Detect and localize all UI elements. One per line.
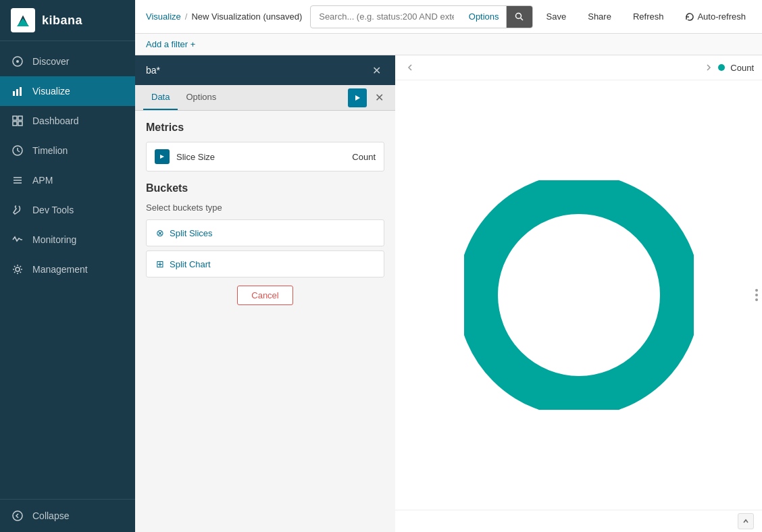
sidebar-item-apm-label: APM (32, 175, 53, 186)
collapse-icon (11, 509, 24, 523)
breadcrumb-current-page: New Visualization (unsaved) (191, 11, 302, 22)
buckets-section: Buckets Select buckets type ⊗ Split Slic… (146, 182, 384, 305)
index-pattern-bar: ba* ✕ (135, 55, 395, 85)
svg-rect-6 (20, 87, 22, 96)
svg-rect-5 (16, 89, 18, 96)
left-panel: ba* ✕ Data Options ✕ (135, 55, 395, 532)
search-options-btn[interactable]: Options (462, 6, 507, 28)
save-btn[interactable]: Save (541, 9, 572, 24)
sidebar-collapse-btn[interactable]: Collapse (0, 499, 135, 532)
cancel-btn[interactable]: Cancel (237, 286, 293, 305)
legend-color-dot (718, 64, 725, 71)
sidebar-item-discover-label: Discover (32, 56, 69, 67)
sidebar-item-discover[interactable]: Discover (0, 47, 135, 76)
breadcrumb-visualize-link[interactable]: Visualize (146, 11, 181, 22)
cancel-row: Cancel (146, 286, 384, 305)
clock-icon (11, 144, 24, 157)
gear-icon (11, 263, 24, 276)
refresh-btn[interactable]: Refresh (628, 9, 669, 24)
metric-name: Slice Size (176, 152, 345, 162)
legend-nav-btn[interactable] (705, 63, 713, 72)
metrics-section-title: Metrics (146, 122, 384, 134)
breadcrumb-separator: / (185, 11, 188, 22)
donut-chart (464, 180, 694, 410)
dot-3 (755, 298, 758, 301)
auto-refresh-label: Auto-refresh (697, 11, 746, 22)
grid-icon (11, 114, 24, 128)
panel-content: Metrics Slice Size Count Buckets Select … (135, 111, 395, 532)
svg-line-20 (520, 18, 523, 20)
tab-options[interactable]: Options (178, 85, 224, 110)
viz-nav-left-btn[interactable] (403, 61, 417, 74)
search-input[interactable] (311, 11, 462, 22)
main-area: Visualize / New Visualization (unsaved) … (135, 0, 762, 532)
viz-legend: Count (705, 63, 754, 73)
sidebar-item-dashboard[interactable]: Dashboard (0, 106, 135, 136)
share-btn[interactable]: Share (582, 9, 617, 24)
legend-label: Count (730, 63, 754, 73)
svg-point-19 (515, 13, 521, 18)
auto-refresh-btn[interactable]: Auto-refresh (680, 9, 751, 24)
bucket-option-split-chart[interactable]: ⊞ Split Chart (146, 250, 384, 277)
svg-rect-10 (18, 122, 22, 126)
filterbar: Add a filter + (135, 34, 762, 55)
sidebar-item-management[interactable]: Management (0, 255, 135, 284)
buckets-select-label: Select buckets type (146, 203, 384, 213)
split-slices-icon: ⊗ (156, 228, 164, 238)
topbar-actions: Save Share Refresh Auto-refresh (541, 9, 751, 24)
sidebar-item-apm[interactable]: APM (0, 165, 135, 195)
sidebar-item-visualize[interactable]: Visualize (0, 76, 135, 106)
dots-menu[interactable] (751, 284, 762, 307)
sidebar-item-devtools[interactable]: Dev Tools (0, 195, 135, 225)
svg-point-3 (16, 60, 19, 63)
metric-value: Count (352, 152, 376, 162)
svg-line-13 (18, 151, 20, 152)
sidebar-item-management-label: Management (32, 264, 88, 275)
add-filter-btn[interactable]: Add a filter + (146, 39, 195, 49)
viz-area (395, 80, 762, 510)
svg-rect-7 (13, 116, 17, 120)
index-close-btn[interactable]: ✕ (368, 62, 384, 78)
topbar: Visualize / New Visualization (unsaved) … (135, 0, 762, 34)
bucket-option-split-slices-label: Split Slices (170, 228, 213, 238)
tab-data[interactable]: Data (143, 85, 178, 110)
viz-footer (395, 510, 762, 532)
list-icon (11, 174, 24, 187)
sidebar-item-devtools-label: Dev Tools (32, 205, 74, 215)
breadcrumb: Visualize / New Visualization (unsaved) (146, 11, 302, 22)
sidebar-item-timelion[interactable]: Timelion (0, 136, 135, 165)
sidebar: kibana Discover Visualize (0, 0, 135, 532)
sidebar-item-dashboard-label: Dashboard (32, 115, 79, 126)
search-bar: Options (310, 5, 532, 28)
buckets-section-title: Buckets (146, 182, 384, 194)
sidebar-nav: Discover Visualize Dashboar (0, 41, 135, 499)
wrench-icon (11, 203, 24, 217)
sidebar-logo-text: kibana (42, 14, 82, 28)
svg-marker-21 (355, 95, 360, 101)
split-chart-icon: ⊞ (156, 259, 164, 269)
svg-rect-8 (18, 116, 22, 120)
activity-icon (11, 233, 24, 246)
content-area: ba* ✕ Data Options ✕ (135, 55, 762, 532)
dot-2 (755, 294, 758, 296)
svg-point-23 (478, 194, 680, 396)
right-panel: Count (395, 55, 762, 532)
sidebar-item-timelion-label: Timelion (32, 145, 68, 156)
sidebar-collapse-label: Collapse (32, 510, 69, 521)
bar-chart-icon (11, 84, 24, 98)
svg-rect-4 (13, 91, 15, 96)
panel-tab-actions: ✕ (348, 88, 387, 107)
bucket-option-split-slices[interactable]: ⊗ Split Slices (146, 219, 384, 246)
sidebar-item-visualize-label: Visualize (32, 86, 70, 97)
search-submit-btn[interactable] (507, 6, 532, 28)
panel-close-btn[interactable]: ✕ (371, 90, 387, 106)
svg-point-17 (16, 267, 20, 271)
sidebar-logo: kibana (0, 0, 135, 41)
panel-tabs: Data Options ✕ (135, 85, 395, 111)
svg-rect-9 (13, 122, 17, 126)
scroll-up-btn[interactable] (738, 513, 754, 529)
kibana-logo-icon (11, 8, 35, 32)
run-viz-btn[interactable] (348, 88, 367, 107)
metric-expand-btn[interactable] (155, 149, 170, 164)
sidebar-item-monitoring[interactable]: Monitoring (0, 225, 135, 255)
